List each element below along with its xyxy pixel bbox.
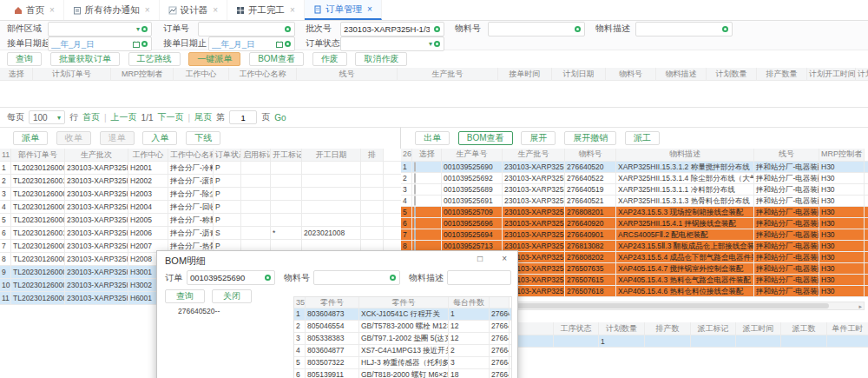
table-row[interactable]: 4 TL202301260003 230103-XARP325H-1/3 H20… [0,201,401,214]
green-dot-icon[interactable] [434,41,440,47]
order-no-input[interactable] [199,23,283,35]
green-dot-icon[interactable] [390,275,396,281]
green-dot-icon[interactable] [265,275,271,281]
table-row[interactable]: 1 803604873 XCK-J10541C 行程开关 1 276640 [294,308,511,321]
enter-order-button[interactable]: 入单 [142,131,177,145]
bom-view-button[interactable]: BOM查看 [249,52,304,66]
tab-notifications[interactable]: 所有待办通知 × [64,0,160,20]
tab-work-completion[interactable]: 开工完工 × [227,0,305,20]
close-icon[interactable]: × [502,254,507,263]
row-checkbox[interactable] [414,218,416,229]
batch-fetch-orders-button[interactable]: 批量获取订单 [50,52,120,66]
green-dot-icon[interactable] [722,26,728,32]
tab-close-icon[interactable]: × [213,5,218,15]
green-dot-icon[interactable] [141,26,148,32]
last-page-link[interactable]: 尾页 [194,111,212,123]
part-area-input[interactable] [49,23,136,35]
table-row[interactable]: 5 TL202301260006 230103-XARP325H-1/3 H20… [0,214,401,227]
table-row[interactable]: 1 TL202301260005 230103-XARP325H-1/3 H20… [0,162,401,175]
dispatch-work-button[interactable]: 派工 [625,131,660,145]
table-row[interactable]: 3 805338383 GB/T97.1-2002 垫圈 5(达克罗) 12 2… [294,333,511,345]
table-row[interactable]: 3 001039525689 230103-XARP325H-1/3 27664… [401,184,868,196]
receive-order-button[interactable]: 收单 [56,131,91,145]
batch-no-field[interactable] [340,22,444,36]
calendar-icon[interactable] [276,41,283,48]
material-desc-input[interactable] [636,23,720,35]
go-button[interactable]: Go [274,113,286,123]
per-page-select[interactable]: 100▾ [29,110,65,124]
modal-material-field[interactable] [313,270,400,285]
part-area-select[interactable]: ▾ [48,22,152,36]
table-row[interactable]: 5 001039525709 230103-XARP325H-1/3 27680… [401,207,868,218]
row-checkbox[interactable] [414,196,416,206]
scroll-right-icon[interactable]: ▸ [858,302,862,310]
material-no-input[interactable] [489,23,573,35]
order-status-input[interactable] [341,38,429,50]
table-row[interactable]: 6 001039525696 230103-XARP325H-1/3 27664… [401,218,868,229]
modal-query-button[interactable]: 查询 [165,289,205,303]
green-dot-icon[interactable] [285,41,291,47]
scroll-up-icon[interactable]: ▲ [505,309,511,317]
tab-order-management[interactable]: 订单管理 × [305,0,382,20]
bom-view-button[interactable]: BOM查看 [458,131,513,145]
row-checkbox[interactable] [414,207,416,217]
receive-date-to-input[interactable] [209,38,276,50]
tab-close-icon[interactable]: × [367,4,372,14]
table-row[interactable]: 4 803604877 XS7-C4A1MPG13 接近开关 2 276640 [294,345,511,357]
tab-designer[interactable]: 设计器 × [160,0,227,20]
row-checkbox[interactable] [414,162,416,172]
receive-date-from-input[interactable] [49,38,133,50]
green-dot-icon[interactable] [141,41,148,47]
table-row[interactable]: 2 001039525692 230103-XARP325H-1/3 27664… [401,173,868,184]
offline-button[interactable]: 下线 [186,131,220,145]
table-row[interactable]: 2 805046554 GB/T5783-2000 螺栓 M12×60(达克 1… [294,321,511,333]
table-row[interactable]: 1 001039525690 230103-XARP325H-1/3 27664… [401,162,868,173]
table-row[interactable]: 5 803507322 HLJ-3 称重传感器（托利多） 3 276640 [294,357,511,369]
tab-home[interactable]: 首页 × [5,0,64,20]
next-page-link[interactable]: 下一页 [158,111,184,123]
issue-order-button[interactable]: 出单 [415,131,450,145]
green-dot-icon[interactable] [575,26,581,32]
bom-tree-node[interactable]: 276640520-- [178,307,220,315]
tab-close-icon[interactable]: × [49,5,55,15]
row-checkbox[interactable] [414,184,416,195]
prev-page-link[interactable]: 上一页 [111,111,137,123]
batch-no-input[interactable] [341,23,432,35]
first-page-link[interactable]: 首页 [82,111,100,123]
page-number-input[interactable] [229,110,257,124]
table-row[interactable]: 4 001039525691 230103-XARP325H-1/3 27664… [401,196,868,207]
cancel-void-button[interactable]: 取消作废 [355,52,407,66]
expand-undo-button[interactable]: 展开撤销 [564,131,616,145]
green-dot-icon[interactable] [285,26,291,32]
modal-close-button[interactable]: 关闭 [212,289,252,303]
table-row[interactable]: 3 TL202301260001 230103-XARP325H-1/3 H20… [0,188,401,201]
table-row[interactable]: 6 TL202301260011 230103-XARP325H-1/3 H20… [0,227,401,240]
order-no-field[interactable] [198,22,295,36]
modal-order-input[interactable] [187,272,263,283]
table-row[interactable]: 6 805139911 GB/T818-2000 螺钉 M6×25(达克罗 18… [294,369,511,378]
minimize-icon[interactable]: □ [477,254,483,263]
query-button[interactable]: 查询 [7,52,42,66]
row-checkbox[interactable] [414,173,416,183]
dispatch-order-button[interactable]: 派单 [13,131,48,145]
calendar-icon[interactable] [133,41,140,48]
material-no-field[interactable] [488,22,585,36]
modal-material-input[interactable] [314,272,388,283]
modal-desc-field[interactable] [447,270,511,285]
order-status-select[interactable]: ▾ [340,36,444,51]
material-desc-field[interactable] [635,22,733,36]
table-row[interactable]: 7 001039525694 230103-XARP325H-1/3 27664… [401,229,868,241]
tab-close-icon[interactable]: × [145,5,150,15]
return-order-button[interactable]: 退单 [100,131,135,145]
green-dot-icon[interactable] [434,26,440,32]
void-button[interactable]: 作废 [312,52,347,66]
row-checkbox[interactable] [414,229,416,240]
one-key-dispatch-button[interactable]: 一键派单 [188,52,240,66]
receive-date-from-field[interactable] [48,36,152,51]
process-route-button[interactable]: 工艺路线 [128,52,181,66]
modal-desc-input[interactable] [448,272,510,283]
receive-date-to-field[interactable] [208,36,295,51]
expand-button[interactable]: 展开 [521,131,556,145]
table-row[interactable]: 2 TL202301260010 230103-XARP325H-1/3 H20… [0,175,401,188]
modal-order-field[interactable] [187,270,275,285]
